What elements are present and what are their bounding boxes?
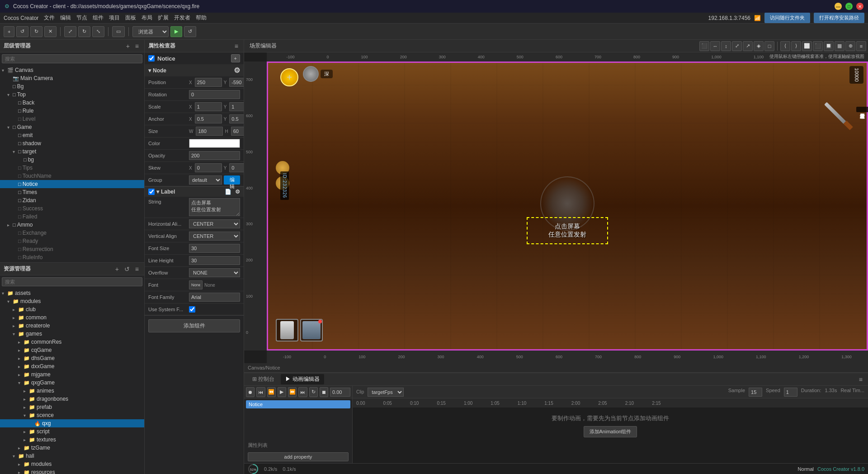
position-x-input[interactable] <box>195 78 222 87</box>
scene-tool-11[interactable]: ⬛ <box>813 41 823 51</box>
anim-next-button[interactable]: ⏭ <box>298 387 307 397</box>
tab-animation[interactable]: ▶ 动画编辑器 <box>281 374 324 384</box>
tree-item-ruleinfo[interactable]: □ RuleInfo <box>0 253 144 261</box>
scene-tool-9[interactable]: ⟩ <box>791 41 801 51</box>
asset-hall-modules[interactable]: ▸ 📁 modules <box>0 460 144 468</box>
tree-item-resurrection[interactable]: □ Resurrection <box>0 245 144 253</box>
group-edit-button[interactable]: 编辑 <box>224 175 240 185</box>
menu-edit[interactable]: 编辑 <box>60 14 71 22</box>
scene-viewport[interactable]: + 深 10000 <box>267 62 868 351</box>
menu-project[interactable]: 项目 <box>109 14 120 22</box>
sample-input[interactable] <box>749 388 762 397</box>
menu-layout[interactable]: 布局 <box>142 14 152 22</box>
play-button[interactable]: ▶ <box>170 26 182 37</box>
toolbar-move-button[interactable]: ⤢ <box>64 26 76 37</box>
rotation-input[interactable] <box>189 90 240 99</box>
tree-item-game[interactable]: ▾ □ Game <box>0 123 144 131</box>
tree-item-target-bg[interactable]: □ bg <box>0 156 144 164</box>
anim-panel-close[interactable]: ≡ <box>857 376 864 383</box>
anim-stop-button[interactable]: ⏹ <box>320 387 328 397</box>
tree-item-ammo[interactable]: ▸ □ Ammo <box>0 221 144 229</box>
anim-next-frame-button[interactable]: ⏩ <box>288 387 297 397</box>
speed-input[interactable] <box>784 388 797 397</box>
label-section-header[interactable]: ▾ Label 📄 ⚙ <box>145 187 244 197</box>
toolbar-undo-button[interactable]: ↺ <box>16 26 28 37</box>
asset-prefab[interactable]: ▸ 📁 prefab <box>0 403 144 411</box>
anim-time-input[interactable] <box>330 388 350 397</box>
scene-tool-7[interactable]: □ <box>764 41 774 51</box>
tree-item-back[interactable]: □ Back <box>0 99 144 107</box>
anim-loop-button[interactable]: ↻ <box>309 387 318 397</box>
asset-textures[interactable]: ▸ 📁 textures <box>0 436 144 444</box>
h-align-select[interactable]: CENTER LEFT RIGHT <box>189 219 240 228</box>
tree-item-shadow[interactable]: □ shadow <box>0 139 144 147</box>
tree-item-main-camera[interactable]: 📷 Main Camera <box>0 74 144 82</box>
anim-record-button[interactable]: ⏺ <box>246 387 255 397</box>
menu-dev[interactable]: 开发者 <box>174 14 190 22</box>
anim-notice-track[interactable]: Notice <box>246 400 350 408</box>
asset-scence[interactable]: ▾ 📁 scence <box>0 411 144 419</box>
scale-x-input[interactable] <box>195 102 222 111</box>
tree-item-zidan[interactable]: □ Zidan <box>0 196 144 204</box>
toolbar-new-button[interactable]: + <box>4 26 14 37</box>
asset-qxg[interactable]: 🔥 qxg <box>0 419 144 427</box>
anchor-x-input[interactable] <box>195 114 222 123</box>
tree-item-times[interactable]: □ Times <box>0 188 144 196</box>
toolbar-rotate-button[interactable]: ↻ <box>78 26 90 37</box>
font-size-input[interactable] <box>189 244 240 253</box>
minimize-button[interactable]: — <box>835 3 842 10</box>
menu-panel[interactable]: 面板 <box>125 14 136 22</box>
v-align-select[interactable]: CENTER TOP BOTTOM <box>189 232 240 241</box>
anim-prev-frame-button[interactable]: ⏪ <box>267 387 276 397</box>
line-height-input[interactable] <box>189 256 240 265</box>
visit-folder-button[interactable]: 访问随行文件夹 <box>764 13 810 23</box>
tree-item-ready[interactable]: □ Ready <box>0 237 144 245</box>
font-input[interactable] <box>189 280 203 289</box>
asset-tzgame[interactable]: ▸ 📁 tzGame <box>0 444 144 452</box>
asset-club[interactable]: ▸ 📁 club <box>0 305 144 313</box>
tree-item-bg[interactable]: □ Bg <box>0 82 144 90</box>
size-w-input[interactable] <box>196 127 223 136</box>
asset-qxggame[interactable]: ▾ 📁 qxgGame <box>0 379 144 387</box>
scene-tool-8[interactable]: ⟨ <box>780 41 790 51</box>
tree-item-notice[interactable]: □ Notice <box>0 180 144 188</box>
browser-select[interactable]: 浏览器 <box>132 26 169 37</box>
font-family-input[interactable] <box>189 293 240 302</box>
scene-tool-1[interactable]: ⬛ <box>699 41 709 51</box>
refresh-button[interactable]: ↺ <box>184 26 196 37</box>
tree-item-target[interactable]: ▾ □ target <box>0 147 144 156</box>
position-y-input[interactable] <box>229 78 244 87</box>
tree-item-touchname[interactable]: □ TouchName <box>0 172 144 180</box>
add-component-button[interactable]: 添加组件 <box>148 319 240 332</box>
add-prop-button[interactable]: add property <box>248 452 349 461</box>
props-menu-button[interactable]: ≡ <box>233 43 240 50</box>
anchor-y-input[interactable] <box>229 114 244 123</box>
toolbar-delete-button[interactable]: ✕ <box>44 26 57 37</box>
asset-refresh-button[interactable]: ↺ <box>123 265 132 273</box>
string-textarea[interactable]: 点击屏幕 任意位置发射 <box>189 198 240 216</box>
menu-extend[interactable]: 扩展 <box>158 14 169 22</box>
add-component-header-button[interactable]: + <box>231 54 240 62</box>
asset-tree-assets[interactable]: ▾ 📁 assets <box>0 289 144 297</box>
scene-tool-5[interactable]: ↗ <box>743 41 753 51</box>
open-install-button[interactable]: 打开程序安装路径 <box>814 13 864 23</box>
anim-play-button[interactable]: ▶ <box>278 387 286 397</box>
toolbar-redo-button[interactable]: ↻ <box>30 26 42 37</box>
scale-y-input[interactable] <box>229 102 244 111</box>
scene-tool-3[interactable]: ↕ <box>721 41 731 51</box>
scene-tool-10[interactable]: ⬜ <box>802 41 812 51</box>
toolbar-rect-button[interactable]: ▭ <box>112 26 125 37</box>
use-system-font-checkbox[interactable] <box>189 306 195 313</box>
scene-tool-2[interactable]: ↔ <box>710 41 720 51</box>
label-settings-icon[interactable]: ⚙ <box>235 189 240 195</box>
menu-component[interactable]: 组件 <box>93 14 104 22</box>
group-select[interactable]: default <box>189 175 222 185</box>
add-animation-button[interactable]: 添加Animation组件 <box>584 426 637 437</box>
tree-item-failed[interactable]: □ Failed <box>0 213 144 221</box>
menu-help[interactable]: 帮助 <box>196 14 207 22</box>
asset-commonres[interactable]: ▸ 📁 commonRes <box>0 338 144 346</box>
clip-select[interactable]: targetFps <box>368 388 404 397</box>
asset-dragonbones[interactable]: ▸ 📁 dragonbones <box>0 395 144 403</box>
asset-search-input[interactable] <box>2 277 142 286</box>
overflow-select[interactable]: NONE CLAMP SHRINK RESIZE_HEIGHT <box>189 268 240 277</box>
